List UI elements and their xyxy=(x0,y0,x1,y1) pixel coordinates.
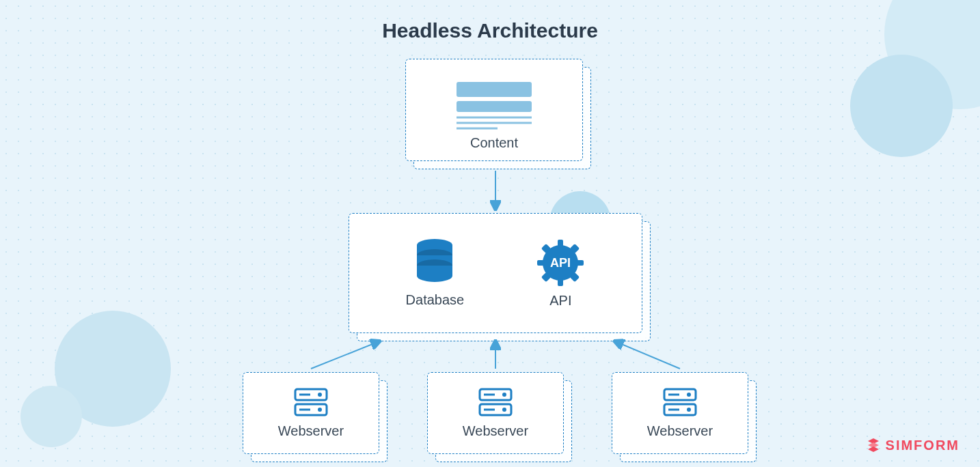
brand-logo: SIMFORM xyxy=(865,437,959,453)
brand-mark-icon xyxy=(865,437,882,453)
brand-text: SIMFORM xyxy=(886,438,959,453)
edge-ws3-to-mid xyxy=(615,341,680,369)
edges-layer xyxy=(0,0,980,467)
edge-ws1-to-mid xyxy=(311,341,379,369)
